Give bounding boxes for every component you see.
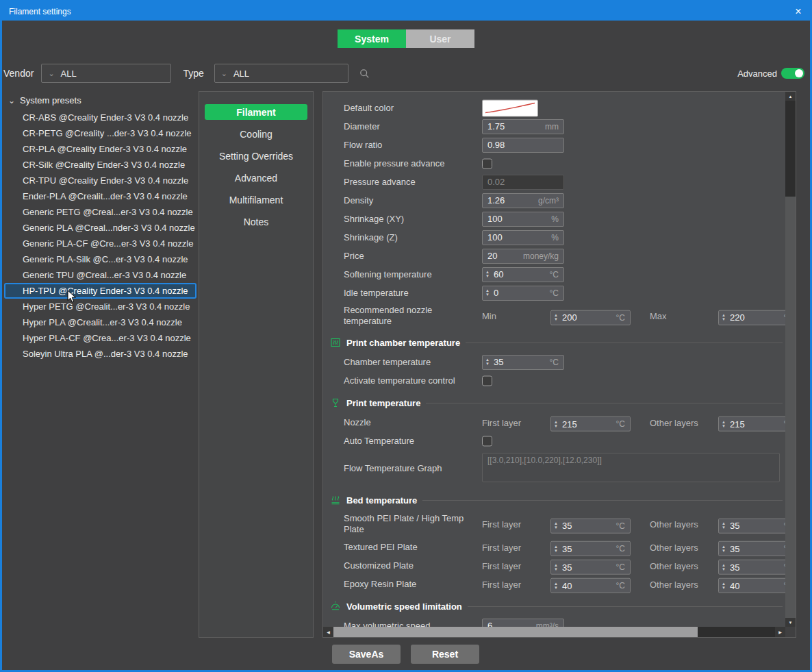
setting-label: Textured PEI Plate (344, 541, 470, 552)
chamber-temperature-input[interactable]: ▲▼35°C (482, 355, 564, 370)
spin-arrows-icon[interactable]: ▲▼ (719, 545, 728, 552)
vertical-scroll-thumb[interactable] (785, 101, 796, 197)
textured-pei-plate-other-layers-input[interactable]: ▲▼35°C (718, 541, 785, 556)
close-icon[interactable]: × (787, 5, 810, 18)
spin-arrows-icon[interactable]: ▲▼ (483, 289, 492, 297)
smooth-pei-plate-high-temp-plate-first-layer-input[interactable]: ▲▼35°C (550, 518, 631, 533)
setting-row-epoxy-resin-plate: Epoxy Resin PlateFirst layer▲▼40°COther … (323, 575, 785, 593)
setting-row-diameter: Diameter1.75mm (323, 117, 785, 136)
nozzle-other-layers-input[interactable]: ▲▼215°C (718, 416, 785, 432)
epoxy-resin-plate-other-layers-input[interactable]: ▲▼40°C (718, 578, 785, 593)
preset-item[interactable]: Ender-PLA @Crealit...der-3 V3 0.4 nozzle (2, 188, 199, 204)
setting-row-flow-temperature-graph: Flow Temperature Graph[[3.0,210],[10.0,2… (323, 450, 785, 487)
shrinkage-z-input[interactable]: 100% (482, 230, 564, 245)
shrinkage-xy-input[interactable]: 100% (482, 212, 564, 227)
preset-item[interactable]: Hyper PLA-CF @Crea...er-3 V3 0.4 nozzle (2, 330, 199, 346)
auto-temperature-checkbox[interactable] (482, 436, 492, 446)
nav-item-advanced[interactable]: Advanced (205, 170, 307, 186)
pressure-advance-input[interactable]: 0.02 (482, 175, 564, 190)
preset-item[interactable]: Generic PLA-CF @Cre...er-3 V3 0.4 nozzle (2, 236, 199, 251)
preset-item[interactable]: CR-ABS @Creality Ender-3 V3 0.4 nozzle (2, 110, 199, 125)
preset-item[interactable]: Generic PLA @Creal...nder-3 V3 0.4 nozzl… (2, 220, 199, 236)
spin-arrows-icon[interactable]: ▲▼ (551, 314, 561, 321)
spin-arrows-icon[interactable]: ▲▼ (551, 545, 561, 552)
spin-arrows-icon[interactable]: ▲▼ (719, 563, 728, 571)
first-layer-label: First layer (482, 560, 521, 571)
preset-item[interactable]: HP-TPU @Creality Ender-3 V3 0.4 nozzle (4, 283, 196, 299)
scrollbar-corner (785, 627, 796, 637)
setting-label: Max volumetric speed (344, 620, 470, 627)
setting-row-shrinkage-z: Shrinkage (Z)100% (323, 228, 785, 247)
first-layer-label: First layer (482, 417, 521, 427)
preset-item[interactable]: Hyper PLA @Crealit...er-3 V3 0.4 nozzle (2, 314, 199, 330)
preset-item[interactable]: Generic PETG @Creal...er-3 V3 0.4 nozzle (2, 204, 199, 220)
spin-arrows-icon[interactable]: ▲▼ (551, 522, 561, 530)
activate-temperature-control-checkbox[interactable] (482, 375, 492, 386)
price-input[interactable]: 20money/kg (482, 249, 564, 264)
enable-pressure-advance-checkbox[interactable] (482, 158, 492, 169)
spin-arrows-icon[interactable]: ▲▼ (483, 358, 492, 366)
vendor-dropdown[interactable]: ⌄ ALL (41, 64, 171, 83)
first-layer-label: First layer (482, 579, 521, 589)
density-input[interactable]: 1.26g/cm³ (482, 193, 564, 208)
vertical-scrollbar[interactable]: ▲ ▼ (785, 92, 796, 627)
spin-arrows-icon[interactable]: ▲▼ (551, 420, 561, 427)
other-layers-label: Other layers (650, 417, 698, 427)
horizontal-scroll-thumb[interactable] (333, 627, 698, 637)
scroll-right-icon[interactable]: ▶ (775, 627, 785, 637)
max-volumetric-speed-input[interactable]: 6mm³/s (482, 619, 564, 627)
preset-item[interactable]: CR-Silk @Creality Ender-3 V3 0.4 nozzle (2, 157, 199, 173)
textured-pei-plate-first-layer-input[interactable]: ▲▼35°C (550, 541, 631, 556)
spin-arrows-icon[interactable]: ▲▼ (551, 563, 561, 571)
tab-user[interactable]: User (406, 29, 474, 48)
nozzle-first-layer-input[interactable]: ▲▼215°C (550, 416, 631, 432)
default-color-swatch[interactable] (482, 99, 538, 116)
softening-temperature-input[interactable]: ▲▼60°C (482, 267, 564, 282)
nav-item-cooling[interactable]: Cooling (205, 126, 307, 142)
preset-item[interactable]: Generic TPU @Creal...er-3 V3 0.4 nozzle (2, 267, 199, 283)
spin-arrows-icon[interactable]: ▲▼ (483, 271, 492, 278)
nav-item-filament[interactable]: Filament (205, 104, 307, 120)
smooth-pei-plate-high-temp-plate-other-layers-input[interactable]: ▲▼35°C (718, 518, 785, 533)
tree-root[interactable]: ⌄ System presets (2, 91, 199, 110)
section-volumetric-speed-limitation: Volumetric speed limitation (323, 596, 785, 617)
flow-temperature-graph-textarea[interactable]: [[3.0,210],[10.0,220],[12.0,230]] (482, 453, 780, 482)
preset-item[interactable]: Generic PLA-Silk @C...er-3 V3 0.4 nozzle (2, 251, 199, 267)
recommended-nozzle-temperature-min-input[interactable]: ▲▼200°C (550, 310, 631, 325)
spin-arrows-icon[interactable]: ▲▼ (719, 582, 728, 589)
save-as-button[interactable]: SaveAs (332, 645, 401, 664)
preset-item[interactable]: Hyper PETG @Crealit...er-3 V3 0.4 nozzle (2, 299, 199, 314)
type-dropdown[interactable]: ⌄ ALL (214, 64, 348, 83)
recommended-nozzle-temperature-max-input[interactable]: ▲▼220°C (718, 310, 785, 325)
tab-system[interactable]: System (338, 29, 406, 48)
spin-arrows-icon[interactable]: ▲▼ (551, 582, 561, 589)
epoxy-resin-plate-first-layer-input[interactable]: ▲▼40°C (550, 578, 631, 593)
spin-arrows-icon[interactable]: ▲▼ (719, 420, 728, 427)
preset-item[interactable]: Soleyin Ultra PLA @...der-3 V3 0.4 nozzl… (2, 346, 199, 362)
spin-arrows-icon[interactable]: ▲▼ (719, 314, 728, 321)
scroll-left-icon[interactable]: ◀ (323, 627, 333, 637)
preset-item[interactable]: CR-TPU @Creality Ender-3 V3 0.4 nozzle (2, 173, 199, 188)
setting-row-customized-plate: Customized PlateFirst layer▲▼35°COther l… (323, 556, 785, 575)
preset-item[interactable]: CR-PETG @Creality ...der-3 V3 0.4 nozzle (2, 125, 199, 141)
setting-row-activate-temperature-control: Activate temperature control (323, 371, 785, 390)
advanced-toggle[interactable] (781, 68, 804, 79)
customized-plate-other-layers-input[interactable]: ▲▼35°C (718, 560, 785, 575)
scroll-down-icon[interactable]: ▼ (785, 618, 796, 627)
nav-item-multifilament[interactable]: Multifilament (205, 192, 307, 208)
nav-item-notes[interactable]: Notes (205, 214, 307, 229)
reset-button[interactable]: Reset (411, 645, 479, 664)
nav-item-setting-overrides[interactable]: Setting Overrides (205, 148, 307, 164)
horizontal-scrollbar[interactable]: ◀ ▶ (323, 627, 785, 637)
window-title: Filament settings (2, 7, 71, 16)
idle-temperature-input[interactable]: ▲▼0°C (482, 286, 564, 301)
preset-item[interactable]: CR-PLA @Creality Ender-3 V3 0.4 nozzle (2, 141, 199, 157)
flow-ratio-input[interactable]: 0.98 (482, 138, 564, 153)
diameter-input[interactable]: 1.75mm (482, 119, 564, 134)
spin-arrows-icon[interactable]: ▲▼ (719, 522, 728, 530)
search-icon[interactable] (359, 69, 370, 79)
first-layer-label: First layer (482, 542, 521, 552)
customized-plate-first-layer-input[interactable]: ▲▼35°C (550, 560, 631, 575)
scroll-up-icon[interactable]: ▲ (785, 92, 796, 101)
collapse-chevron-icon[interactable]: ⌄ (8, 97, 15, 104)
